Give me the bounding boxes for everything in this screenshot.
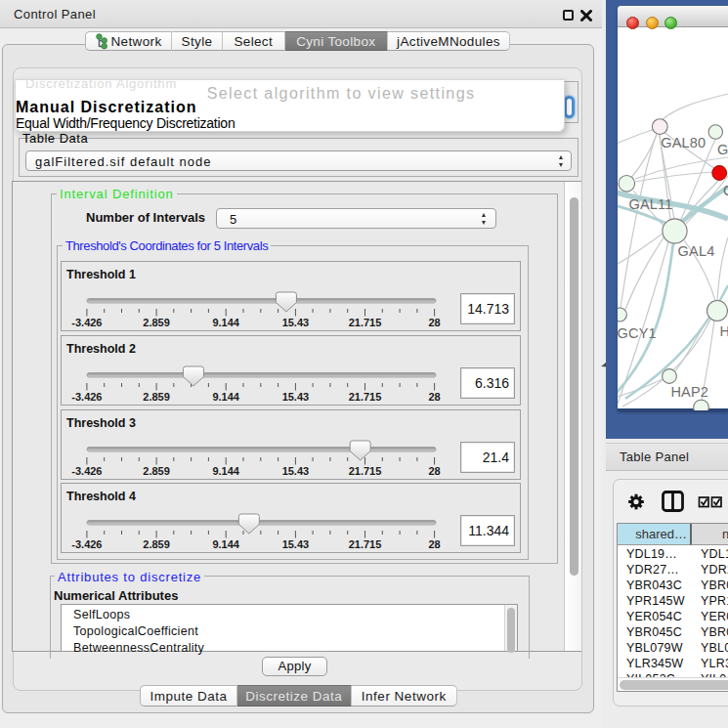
- svg-text:21.715: 21.715: [349, 391, 382, 403]
- svg-text:-3.426: -3.426: [71, 465, 102, 477]
- svg-text:15.43: 15.43: [282, 317, 310, 328]
- svg-text:28: 28: [428, 317, 440, 328]
- svg-text:21.715: 21.715: [349, 465, 382, 477]
- svg-text:9.144: 9.144: [212, 465, 239, 477]
- svg-text:15.43: 15.43: [282, 538, 310, 550]
- svg-text:-3.426: -3.426: [71, 538, 102, 550]
- svg-text:GAL11: GAL11: [629, 196, 673, 212]
- svg-text:-3.426: -3.426: [71, 317, 102, 328]
- svg-text:2.859: 2.859: [143, 391, 170, 403]
- svg-text:2.859: 2.859: [143, 538, 170, 550]
- svg-text:21.715: 21.715: [349, 538, 382, 550]
- svg-text:15.43: 15.43: [282, 391, 310, 403]
- svg-text:2.859: 2.859: [143, 317, 170, 328]
- svg-text:H: H: [720, 323, 728, 339]
- svg-text:-3.426: -3.426: [71, 391, 102, 403]
- svg-text:28: 28: [428, 391, 440, 403]
- svg-text:9.144: 9.144: [212, 317, 239, 328]
- svg-text:21.715: 21.715: [349, 317, 382, 328]
- svg-text:HAP2: HAP2: [670, 384, 708, 400]
- svg-text:28: 28: [428, 465, 440, 477]
- svg-text:GA: GA: [717, 142, 728, 157]
- svg-text:28: 28: [428, 538, 440, 550]
- svg-text:9.144: 9.144: [212, 538, 239, 550]
- svg-text:2.859: 2.859: [143, 465, 170, 477]
- svg-text:C: C: [723, 183, 728, 198]
- svg-text:15.43: 15.43: [282, 465, 310, 477]
- svg-text:GCY1: GCY1: [618, 325, 657, 341]
- svg-text:GAL80: GAL80: [661, 135, 706, 150]
- svg-text:GAL4: GAL4: [678, 243, 715, 259]
- svg-text:9.144: 9.144: [212, 391, 239, 403]
